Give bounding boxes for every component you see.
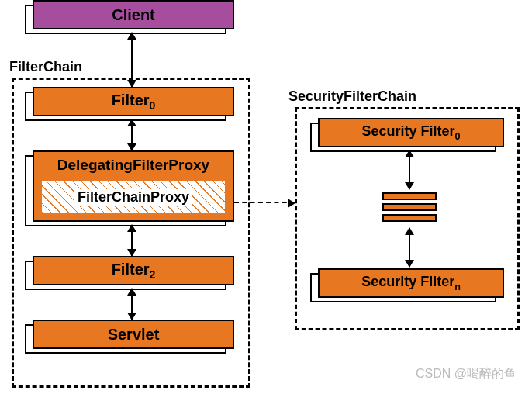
connector-proxy-security (234, 202, 295, 203)
client-box: Client (25, 0, 236, 34)
client-label: Client (112, 6, 155, 24)
arrow-f0-delegating (131, 119, 133, 150)
filter2-box: Filter2 (25, 256, 236, 290)
filter-stack (382, 192, 437, 225)
watermark: CSDN @喝醉的鱼 (416, 366, 516, 382)
filter0-label: Filter0 (112, 92, 156, 112)
securitychain-label: SecurityFilterChain (288, 88, 416, 105)
securityfiltern-label: Security Filtern (361, 274, 461, 292)
filterchainproxy-label: FilterChainProxy (74, 189, 192, 206)
filter0-box: Filter0 (25, 87, 236, 121)
securityfilter0-box: Security Filter0 (310, 118, 506, 152)
delegating-label: DelegatingFilterProxy (57, 157, 209, 174)
servlet-label: Servlet (108, 326, 160, 344)
securityfilter0-label: Security Filter0 (361, 123, 460, 142)
arrow-client-filter0 (131, 33, 133, 87)
filterchain-label: FilterChain (9, 59, 82, 75)
arrow-sf0-stack (409, 150, 410, 189)
delegating-box: DelegatingFilterProxy FilterChainProxy (25, 150, 236, 226)
arrow-f2-servlet (131, 289, 133, 320)
servlet-box: Servlet (25, 320, 236, 354)
securityfiltern-box: Security Filtern (310, 268, 506, 302)
filter2-label: Filter2 (112, 261, 156, 281)
filterchainproxy-box: FilterChainProxy (40, 180, 226, 214)
arrow-delegating-f2 (131, 225, 133, 256)
arrow-stack-sfn (409, 228, 410, 267)
